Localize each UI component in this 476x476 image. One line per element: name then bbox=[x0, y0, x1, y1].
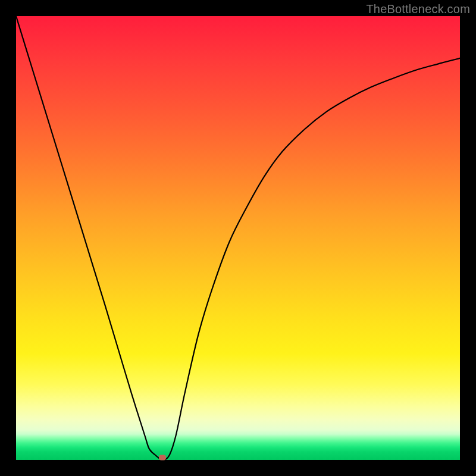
plot-area bbox=[16, 16, 460, 460]
bottleneck-curve bbox=[16, 16, 460, 460]
optimal-point-marker bbox=[159, 455, 166, 461]
chart-container: TheBottleneck.com bbox=[0, 0, 476, 476]
watermark-text: TheBottleneck.com bbox=[366, 2, 470, 16]
